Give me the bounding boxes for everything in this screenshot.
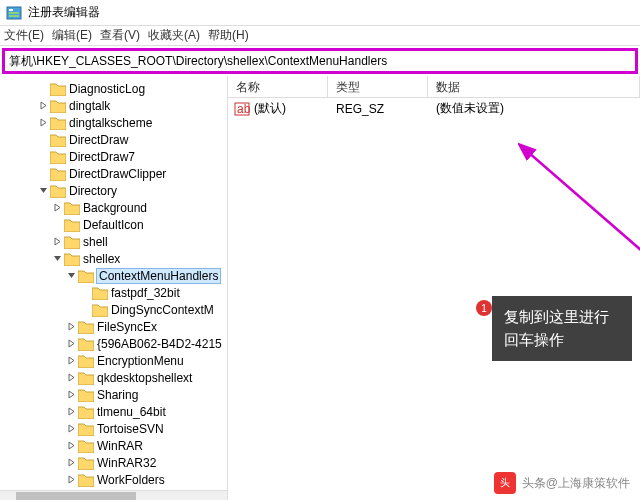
folder-icon bbox=[78, 439, 94, 453]
tree-node[interactable]: dingtalk bbox=[0, 97, 227, 114]
folder-icon bbox=[78, 354, 94, 368]
menu-fav[interactable]: 收藏夹(A) bbox=[148, 27, 200, 44]
menu-help[interactable]: 帮助(H) bbox=[208, 27, 249, 44]
tree-label: WorkFolders bbox=[97, 473, 165, 487]
tree-node[interactable]: DirectDraw7 bbox=[0, 148, 227, 165]
annotation-badge: 1 bbox=[476, 300, 492, 316]
tree-node[interactable]: qkdesktopshellext bbox=[0, 369, 227, 386]
expand-toggle[interactable] bbox=[64, 424, 78, 433]
expand-toggle[interactable] bbox=[50, 254, 64, 263]
tree-label: DiagnosticLog bbox=[69, 82, 145, 96]
tree-label: FileSyncEx bbox=[97, 320, 157, 334]
title-bar: 注册表编辑器 bbox=[0, 0, 640, 26]
folder-icon bbox=[50, 99, 66, 113]
col-type[interactable]: 类型 bbox=[328, 76, 428, 97]
folder-icon bbox=[78, 473, 94, 487]
menu-view[interactable]: 查看(V) bbox=[100, 27, 140, 44]
expand-toggle[interactable] bbox=[64, 407, 78, 416]
col-data[interactable]: 数据 bbox=[428, 76, 640, 97]
tree-label: WinRAR bbox=[97, 439, 143, 453]
tree-node[interactable]: shell bbox=[0, 233, 227, 250]
tree-node[interactable]: WorkFolders bbox=[0, 471, 227, 488]
tree-label: DirectDraw bbox=[69, 133, 128, 147]
expand-toggle[interactable] bbox=[64, 458, 78, 467]
tree-label: DirectDrawClipper bbox=[69, 167, 166, 181]
folder-icon bbox=[64, 201, 80, 215]
expand-toggle[interactable] bbox=[50, 237, 64, 246]
expand-toggle[interactable] bbox=[50, 203, 64, 212]
expand-toggle[interactable] bbox=[64, 322, 78, 331]
folder-icon bbox=[78, 422, 94, 436]
tree-node[interactable]: EncryptionMenu bbox=[0, 352, 227, 369]
expand-toggle[interactable] bbox=[36, 186, 50, 195]
string-value-icon: ab bbox=[234, 101, 250, 117]
scrollbar-horizontal[interactable] bbox=[0, 490, 227, 500]
tree-label: Sharing bbox=[97, 388, 138, 402]
address-input[interactable] bbox=[9, 54, 631, 68]
folder-icon bbox=[64, 218, 80, 232]
tree-node[interactable]: Directory bbox=[0, 182, 227, 199]
menu-file[interactable]: 文件(E) bbox=[4, 27, 44, 44]
tree-node[interactable]: Background bbox=[0, 199, 227, 216]
list-item[interactable]: ab (默认) REG_SZ (数值未设置) bbox=[228, 98, 640, 119]
watermark: 头 头条@上海康策软件 bbox=[494, 472, 630, 494]
svg-rect-3 bbox=[9, 15, 19, 17]
tree-label: fastpdf_32bit bbox=[111, 286, 180, 300]
folder-icon bbox=[50, 133, 66, 147]
expand-toggle[interactable] bbox=[64, 271, 78, 280]
tree-node[interactable]: TortoiseSVN bbox=[0, 420, 227, 437]
folder-icon bbox=[50, 150, 66, 164]
expand-toggle[interactable] bbox=[36, 101, 50, 110]
folder-icon bbox=[78, 320, 94, 334]
folder-icon bbox=[78, 337, 94, 351]
tree-node[interactable]: DiagnosticLog bbox=[0, 80, 227, 97]
tree-node[interactable]: {596AB062-B4D2-4215 bbox=[0, 335, 227, 352]
tree-node[interactable]: fastpdf_32bit bbox=[0, 284, 227, 301]
col-name[interactable]: 名称 bbox=[228, 76, 328, 97]
svg-text:ab: ab bbox=[237, 102, 250, 116]
tree-label: shell bbox=[83, 235, 108, 249]
expand-toggle[interactable] bbox=[64, 356, 78, 365]
menu-bar: 文件(E) 编辑(E) 查看(V) 收藏夹(A) 帮助(H) bbox=[0, 26, 640, 46]
expand-toggle[interactable] bbox=[64, 441, 78, 450]
address-bar bbox=[2, 48, 638, 74]
tree-node[interactable]: shellex bbox=[0, 250, 227, 267]
folder-icon bbox=[78, 371, 94, 385]
menu-edit[interactable]: 编辑(E) bbox=[52, 27, 92, 44]
tree-label: Background bbox=[83, 201, 147, 215]
tree-label: WinRAR32 bbox=[97, 456, 156, 470]
folder-icon bbox=[50, 184, 66, 198]
annotation-text: 复制到这里进行回车操作 bbox=[492, 296, 632, 361]
folder-icon bbox=[92, 286, 108, 300]
tree-label: TortoiseSVN bbox=[97, 422, 164, 436]
folder-icon bbox=[78, 456, 94, 470]
svg-rect-2 bbox=[9, 12, 19, 14]
tree-label: DefaultIcon bbox=[83, 218, 144, 232]
tree-node[interactable]: WinRAR bbox=[0, 437, 227, 454]
value-list: 名称 类型 数据 ab (默认) REG_SZ (数值未设置) 1 复制到这里进… bbox=[228, 76, 640, 500]
folder-icon bbox=[50, 116, 66, 130]
tree-label: shellex bbox=[83, 252, 120, 266]
tree-node[interactable]: FileSyncEx bbox=[0, 318, 227, 335]
window-title: 注册表编辑器 bbox=[28, 4, 100, 21]
tree-node[interactable]: dingtalkscheme bbox=[0, 114, 227, 131]
expand-toggle[interactable] bbox=[64, 390, 78, 399]
folder-icon bbox=[64, 235, 80, 249]
tree-node[interactable]: ContextMenuHandlers bbox=[0, 267, 227, 284]
expand-toggle[interactable] bbox=[64, 373, 78, 382]
folder-icon bbox=[92, 303, 108, 317]
tree-node[interactable]: tlmenu_64bit bbox=[0, 403, 227, 420]
tree-node[interactable]: DingSyncContextM bbox=[0, 301, 227, 318]
tree-node[interactable]: WinRAR32 bbox=[0, 454, 227, 471]
folder-icon bbox=[50, 82, 66, 96]
expand-toggle[interactable] bbox=[64, 339, 78, 348]
tree-node[interactable]: DefaultIcon bbox=[0, 216, 227, 233]
expand-toggle[interactable] bbox=[36, 118, 50, 127]
tree-node[interactable]: Sharing bbox=[0, 386, 227, 403]
folder-icon bbox=[78, 388, 94, 402]
tree-label: qkdesktopshellext bbox=[97, 371, 192, 385]
expand-toggle[interactable] bbox=[64, 475, 78, 484]
tree-node[interactable]: DirectDrawClipper bbox=[0, 165, 227, 182]
tree-label: dingtalkscheme bbox=[69, 116, 152, 130]
tree-node[interactable]: DirectDraw bbox=[0, 131, 227, 148]
